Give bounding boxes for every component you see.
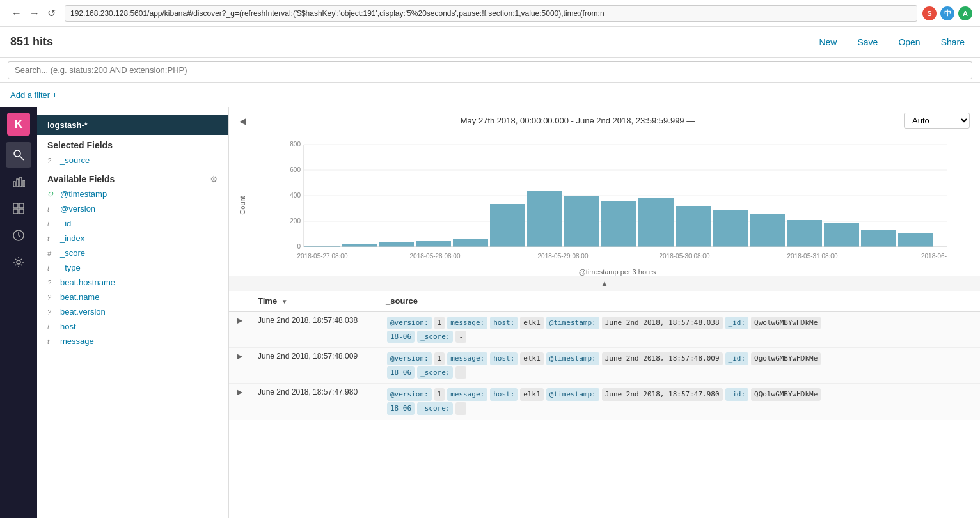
badge-key: @version:	[387, 317, 432, 329]
field-type-score: #	[47, 249, 56, 257]
svg-rect-26	[453, 239, 488, 247]
selected-fields-title: Selected Fields	[37, 135, 228, 153]
svg-rect-7	[19, 203, 24, 208]
field-timestamp[interactable]: ⊙ @timestamp	[37, 187, 228, 201]
source-cell: @version:1message:host:elk1@timestamp:Ju…	[378, 311, 980, 348]
badge-val: elk1	[520, 317, 544, 329]
badge-val: elk1	[520, 352, 544, 365]
y-axis-label: Count	[239, 196, 246, 214]
available-fields-title: Available Fields	[47, 174, 115, 184]
chart-collapse-handle[interactable]: ▲	[229, 276, 980, 291]
table-row: ▶June 2nd 2018, 18:57:48.038@version:1me…	[229, 311, 980, 348]
chart-container: Count 800 600 400 200 0	[229, 134, 980, 276]
badge-val: QgolwGMBYwHDkMe	[751, 352, 821, 365]
svg-rect-5	[23, 180, 25, 187]
field-version[interactable]: t @version	[37, 201, 228, 216]
browser-chrome: ← → ↺ S 中 A	[0, 0, 980, 27]
save-button[interactable]: Save	[852, 35, 883, 50]
badge-key: @timestamp:	[546, 388, 599, 401]
new-button[interactable]: New	[814, 35, 842, 50]
field-name-source: _source	[60, 155, 218, 165]
svg-rect-24	[379, 242, 414, 247]
field-type[interactable]: t _type	[37, 260, 228, 275]
field-type-beat-hostname: ?	[47, 279, 56, 286]
interval-select[interactable]: Auto Millisecond Second Minute Hour Day	[904, 113, 970, 129]
share-button[interactable]: Share	[936, 35, 970, 50]
hits-count: 851 hits	[10, 35, 814, 49]
browser-icon-a: A	[958, 6, 972, 20]
svg-rect-27	[490, 204, 525, 247]
field-index[interactable]: t _index	[37, 231, 228, 246]
sidebar-item-settings[interactable]	[6, 249, 31, 275]
field-host[interactable]: t host	[37, 319, 228, 334]
badge-key: message:	[447, 352, 487, 365]
col-time-header[interactable]: Time ▼	[250, 291, 378, 311]
browser-icon-s: S	[922, 6, 937, 20]
badge-val: -	[455, 366, 466, 379]
field-type-message: t	[47, 338, 56, 345]
url-bar[interactable]	[65, 5, 917, 22]
field-beat-hostname[interactable]: ? beat.hostname	[37, 275, 228, 290]
badge-key: message:	[447, 317, 487, 329]
svg-rect-31	[638, 198, 674, 247]
collapse-chart-button[interactable]: ◀	[239, 116, 246, 126]
field-type-host: t	[47, 323, 56, 331]
badge-val: QQolwGMBYwHDkMe	[751, 388, 821, 401]
field-message[interactable]: t message	[37, 334, 228, 349]
time-cell: June 2nd 2018, 18:57:48.038	[250, 311, 378, 348]
badge-val: 1	[434, 388, 445, 401]
badge-key: 18-06	[387, 331, 415, 343]
search-input[interactable]	[8, 61, 972, 79]
field-type-beat-name: ?	[47, 294, 56, 301]
col-expand	[229, 291, 250, 311]
main-layout: K logstash-* Selected Fields ? _source A…	[0, 107, 980, 518]
badge-key: _id:	[725, 388, 749, 401]
field-id[interactable]: t _id	[37, 216, 228, 231]
badge-val: -	[455, 402, 466, 415]
svg-text:800: 800	[290, 141, 301, 148]
source-cell: @version:1message:host:elk1@timestamp:Ju…	[378, 348, 980, 384]
gear-icon[interactable]: ⚙	[210, 174, 218, 184]
add-filter-button[interactable]: Add a filter +	[10, 90, 57, 100]
svg-text:2018-05-27 08:00: 2018-05-27 08:00	[297, 253, 348, 260]
badge-key: host:	[490, 388, 518, 401]
badge-val: June 2nd 2018, 18:57:48.038	[602, 317, 723, 329]
svg-text:2018-05-28 08:00: 2018-05-28 08:00	[410, 253, 461, 260]
expand-row-button[interactable]: ▶	[237, 316, 242, 325]
expand-row-button[interactable]: ▶	[237, 352, 242, 361]
svg-text:2018-05-29 08:00: 2018-05-29 08:00	[538, 253, 589, 260]
field-beat-name[interactable]: ? beat.name	[37, 290, 228, 304]
field-type-beat-version: ?	[47, 308, 56, 316]
sidebar-item-visualize[interactable]	[6, 169, 31, 194]
field-name-beat-version: beat.version	[60, 307, 218, 317]
svg-line-1	[20, 156, 24, 160]
refresh-button[interactable]: ↺	[43, 7, 59, 19]
chart-svg: 800 600 400 200 0	[261, 137, 974, 265]
svg-rect-34	[750, 214, 785, 247]
badge-key: _id:	[725, 352, 749, 365]
header-actions: New Save Open Share	[814, 35, 970, 50]
badge-key: 18-06	[387, 402, 415, 415]
sidebar-item-timelion[interactable]	[6, 223, 31, 248]
field-name-version: @version	[60, 204, 218, 214]
field-item-source[interactable]: ? _source	[37, 153, 228, 168]
field-score[interactable]: # _score	[37, 246, 228, 260]
svg-rect-2	[13, 182, 15, 187]
sidebar-item-discover[interactable]	[6, 142, 31, 168]
field-type-version: t	[47, 205, 56, 213]
open-button[interactable]: Open	[893, 35, 925, 50]
badge-val: June 2nd 2018, 18:57:47.980	[602, 388, 723, 401]
field-name-beat-hostname: beat.hostname	[60, 278, 218, 287]
field-beat-version[interactable]: ? beat.version	[37, 304, 228, 319]
badge-key: host:	[490, 317, 518, 329]
source-cell: @version:1message:host:elk1@timestamp:Ju…	[378, 384, 980, 420]
svg-text:600: 600	[290, 166, 301, 173]
back-button[interactable]: ←	[8, 8, 26, 19]
forward-button[interactable]: →	[26, 8, 43, 19]
filter-bar: Add a filter +	[0, 83, 980, 107]
sidebar-item-dashboard[interactable]	[6, 196, 31, 221]
field-type-type: t	[47, 264, 56, 272]
expand-row-button[interactable]: ▶	[237, 388, 242, 396]
badge-val: 1	[434, 317, 445, 329]
index-pattern[interactable]: logstash-*	[37, 115, 228, 135]
